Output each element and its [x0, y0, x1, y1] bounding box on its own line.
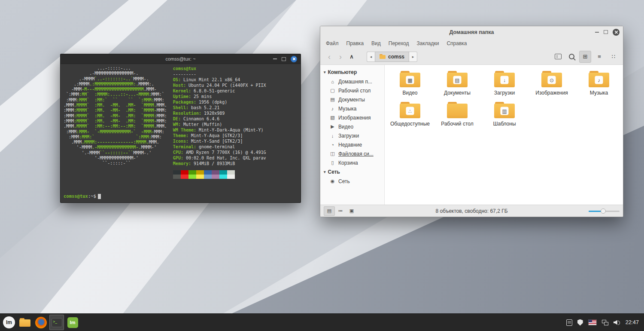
folder-item[interactable]: ⊙Изображения: [528, 71, 575, 96]
palette-color-swatch: [173, 170, 181, 175]
desktop-icon: ▢: [330, 88, 335, 93]
sidebar-item-downloads[interactable]: ↓Загрузки: [320, 131, 384, 140]
keyboard-layout-flag-icon[interactable]: [588, 319, 597, 325]
filesystem-icon: ◫: [330, 151, 335, 156]
forward-icon[interactable]: ›: [335, 51, 346, 62]
folder-item[interactable]: ▥Шаблоны: [481, 102, 528, 127]
sidebar-item-trash[interactable]: ▯Корзина: [320, 158, 384, 167]
volume-icon[interactable]: [614, 320, 620, 325]
sidebar-section-header[interactable]: ▾Компьютер: [320, 67, 384, 77]
sidebar-item-desktop[interactable]: ▢Рабочий стол: [320, 86, 384, 95]
neofetch-info-line: WM Theme: Mint-Y-Dark-Aqua (Mint-Y): [173, 127, 266, 133]
folder-icon: ∴: [400, 102, 420, 118]
menu-item-5[interactable]: Закладки: [413, 40, 443, 46]
status-bar: ▤ ≔ ▣ 8 объектов, свободно: 67,2 ГБ: [320, 205, 623, 217]
palette-color-swatch: [219, 170, 227, 175]
view-grid-button[interactable]: ⊞: [579, 51, 591, 63]
download-emblem-icon: ↓: [501, 76, 509, 84]
sidebar-item-video[interactable]: ▶Видео: [320, 122, 384, 131]
sidebar-item-documents[interactable]: ▤Документы: [320, 95, 384, 104]
terminal-taskbar-button[interactable]: >_: [49, 315, 64, 330]
sidebar-item-label: Корзина: [338, 160, 358, 166]
breadcrumb-segment-home[interactable]: comss: [375, 52, 409, 62]
window-title: Домашняя папка: [320, 29, 623, 35]
mint-app-launcher[interactable]: lm: [65, 315, 80, 330]
location-entry-toggle[interactable]: [553, 51, 564, 62]
minimize-icon[interactable]: [595, 32, 599, 33]
applet-icon[interactable]: [566, 319, 572, 326]
menu-button[interactable]: lm: [2, 315, 16, 330]
close-icon[interactable]: [291, 56, 297, 62]
pictures-icon: ▧: [330, 115, 335, 120]
folder-item[interactable]: ∴Общедоступные: [386, 102, 434, 127]
sidebar-item-home[interactable]: ⌂Домашняя п...: [320, 77, 384, 86]
menu-item-1[interactable]: Файл: [322, 40, 343, 46]
sidebar-item-label: Музыка: [338, 106, 356, 112]
folder-icon: [19, 318, 30, 327]
palette-row: [173, 175, 266, 179]
breadcrumb-left-icon[interactable]: ◂: [367, 52, 375, 62]
terminal-cursor: [98, 194, 101, 199]
minimize-icon[interactable]: [273, 58, 277, 59]
sidebar-item-recent[interactable]: ◔Недавние: [320, 140, 384, 149]
maximize-icon[interactable]: [604, 30, 608, 34]
menu-item-6[interactable]: Справка: [443, 40, 471, 46]
sidebar-section-header[interactable]: ▾Сеть: [320, 167, 384, 177]
neofetch-info-line: WM: Mutter (Muffin): [173, 122, 266, 127]
ascii-art-line: `:MMM:MM` :MMMM:....::-...-MMMM:MMM:`: [64, 92, 167, 97]
expander-icon: ▾: [324, 170, 326, 174]
up-icon[interactable]: ∧: [346, 51, 357, 62]
view-compact-button[interactable]: ∷: [608, 51, 620, 63]
view-list-button[interactable]: ≡: [593, 51, 605, 63]
sidebar: ▾Компьютер⌂Домашняя п...▢Рабочий стол▤До…: [320, 65, 385, 205]
close-icon[interactable]: [613, 29, 620, 36]
neofetch-info-line: comss@tux: [173, 66, 266, 71]
folder-label: Рабочий стол: [434, 121, 481, 127]
sidebar-item-network[interactable]: ◉Сеть: [320, 177, 384, 186]
folder-icon: ♪: [589, 71, 609, 87]
menu-item-3[interactable]: Вид: [368, 40, 385, 46]
share-emblem-icon: ∴: [406, 107, 414, 115]
terminal-titlebar[interactable]: comss@tux: ~: [61, 54, 301, 64]
sidebar-item-music[interactable]: ♪Музыка: [320, 104, 384, 113]
terminal-window-controls: [273, 56, 301, 62]
network-icon[interactable]: [602, 320, 608, 325]
sidebar-item-label: Файловая си...: [338, 151, 374, 157]
palette-color-swatch: [173, 175, 181, 179]
menu-item-4[interactable]: Переход: [385, 40, 413, 46]
folder-item[interactable]: ▦Видео: [386, 71, 434, 96]
shield-icon[interactable]: [577, 319, 583, 326]
file-manager-titlebar[interactable]: Домашняя папка: [320, 26, 623, 38]
folder-item[interactable]: ♪Музыка: [575, 71, 623, 96]
file-area[interactable]: ▦Видео▤Документы↓Загрузки⊙Изображения♪Му…: [385, 65, 623, 205]
maximize-icon[interactable]: [282, 57, 286, 61]
clock[interactable]: 22:47: [626, 319, 639, 325]
taskbar-left: lm >_ lm: [0, 315, 80, 330]
breadcrumb-right-icon[interactable]: ▸: [409, 52, 417, 62]
terminal-window: comss@tux: ~ ...-:::::-... .-MMMMMMMMMMM…: [60, 54, 301, 203]
folder-item[interactable]: Рабочий стол: [434, 102, 481, 127]
menu-item-2[interactable]: Правка: [343, 40, 368, 46]
back-icon[interactable]: ‹: [324, 51, 335, 62]
neofetch-info-line: OS: Linux Mint 22.1 x86_64: [173, 77, 266, 83]
ascii-art-line: .MMM.MMMM` :MM:--:MM:--:MM: `MMMM.MMM.: [64, 124, 167, 129]
folder-label: Документы: [434, 90, 481, 96]
folder-item[interactable]: ↓Загрузки: [481, 71, 528, 96]
search-button[interactable]: [566, 51, 577, 62]
firefox-launcher[interactable]: [33, 315, 48, 330]
video-emblem-icon: ▦: [406, 76, 414, 84]
folder-label: Изображения: [528, 90, 575, 96]
files-launcher[interactable]: [18, 315, 32, 330]
sidebar-item-pictures[interactable]: ▧Изображения: [320, 113, 384, 122]
terminal-color-palette: [173, 170, 266, 179]
zoom-slider[interactable]: [589, 208, 620, 214]
terminal-prompt[interactable]: comss@tux:~$: [64, 193, 101, 199]
slider-knob[interactable]: [601, 208, 606, 214]
sidebar-item-label: Загрузки: [338, 133, 359, 139]
sidebar-item-filesystem[interactable]: ◫Файловая си...: [320, 149, 384, 158]
folder-icon: ↓: [494, 71, 515, 87]
ascii-art-line: '-MMMMMMMMMMMMM-': [64, 156, 167, 161]
video-icon: ▶: [330, 124, 335, 129]
folder-item[interactable]: ▤Документы: [434, 71, 481, 96]
terminal-body[interactable]: ...-:::::-... .-MMMMMMMMMMMMMMM-. .-MMMM…: [61, 64, 301, 202]
